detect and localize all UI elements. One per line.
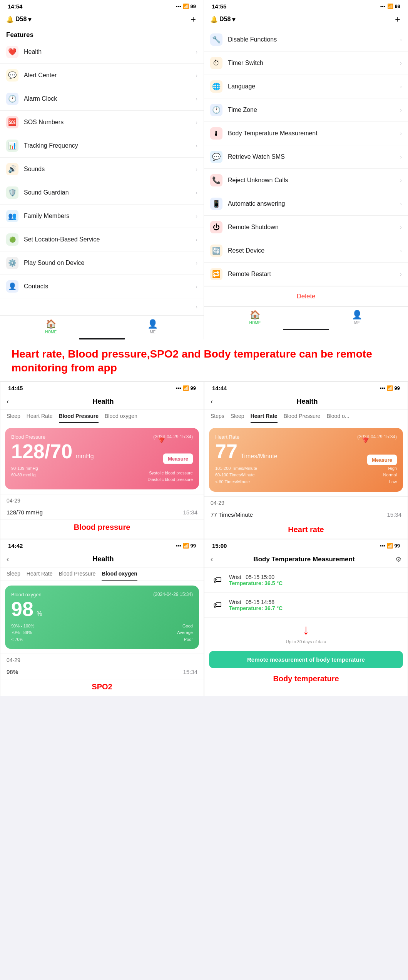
menu-item-contacts[interactable]: 👤 Contacts › (0, 275, 204, 298)
add-icon-right[interactable]: ＋ (393, 13, 402, 25)
reject-label: Reject Unknown Calls (228, 177, 400, 184)
chevron-icon: › (400, 37, 402, 43)
tab-heartrate[interactable]: Heart Rate (27, 413, 53, 423)
bt-location-time-2: Wrist 05-15 14:58 (229, 599, 283, 605)
bp-time: 14:45 (8, 385, 23, 391)
tab-heartrate-hr[interactable]: Heart Rate (251, 413, 278, 423)
menu-item-guardian[interactable]: 🛡️ Sound Guardian › (0, 181, 204, 205)
tab-sleep-hr[interactable]: Sleep (231, 413, 244, 423)
menu-item-sounds[interactable]: 🔊 Sounds › (0, 158, 204, 181)
home-icon: 🏠 (46, 319, 56, 329)
spo2-value-row: 98 % (11, 599, 193, 619)
battery-label: 99 (395, 385, 400, 391)
features-menu: ❤️ Health › 💬 Alert Center › 🕐 Alarm Clo… (0, 40, 204, 316)
bt-title: Body Temperature Measurement (213, 556, 395, 563)
health-icon: ❤️ (6, 46, 18, 58)
menu-item-shutdown[interactable]: ⏻ Remote Shutdown › (204, 216, 408, 239)
add-icon[interactable]: ＋ (189, 13, 197, 25)
tab-sleep[interactable]: Sleep (7, 413, 20, 423)
reset-icon: 🔄 (210, 245, 222, 257)
menu-item-bodytemp[interactable]: 🌡 Body Temperature Measurement › (204, 122, 408, 145)
time-right: 14:55 (212, 3, 226, 10)
nav-home-right[interactable]: 🏠 HOME (204, 310, 306, 325)
chevron-icon: › (400, 154, 402, 160)
hr-value: 77 (215, 440, 237, 463)
hr-health-header: ‹ Health (204, 394, 408, 410)
tracking-icon: 📊 (6, 140, 18, 152)
menu-item-tracking[interactable]: 📊 Tracking Frequency › (0, 134, 204, 158)
reject-icon: 📞 (210, 174, 222, 186)
me-label: ME (150, 330, 156, 334)
spo2-history-value: 98% (7, 669, 18, 675)
menu-item-disable[interactable]: 🔧 Disable Functions › (204, 28, 408, 52)
menu-item-reset[interactable]: 🔄 Reset Device › (204, 239, 408, 263)
menu-item-restart[interactable]: 🔁 Remote Restart › (204, 263, 408, 286)
bp-card: Blood Pressure (2024-04-29 15:34) 128/70… (5, 428, 199, 489)
dropdown-icon: ▾ (232, 16, 235, 23)
menu-item-language[interactable]: 🌐 Language › (204, 75, 408, 98)
status-bar-left: 14:54 ▪▪▪ 📶 99 (0, 0, 204, 12)
bp-measure-btn[interactable]: Measure (163, 453, 193, 464)
nav-home-left[interactable]: 🏠 HOME (0, 319, 102, 334)
spo2-health-title: Health (9, 555, 197, 563)
alert-icon: 💬 (6, 69, 18, 82)
chevron-icon: › (400, 271, 402, 277)
language-icon: 🌐 (210, 80, 222, 93)
menu-item-more[interactable]: › (0, 298, 204, 316)
tab-bp-hr[interactable]: Blood Pressure (284, 413, 321, 423)
menu-item-family[interactable]: 👥 Family Members › (0, 205, 204, 228)
tab-bp-spo2[interactable]: Blood Pressure (59, 571, 96, 581)
menu-item-timer[interactable]: ⏱ Timer Switch › (204, 52, 408, 75)
battery-label: 99 (191, 3, 196, 9)
menu-item-playsound[interactable]: ⚙️ Play Sound on Device › (0, 251, 204, 275)
menu-item-sms[interactable]: 💬 Retrieve Watch SMS › (204, 145, 408, 169)
menu-item-sos[interactable]: 🆘 SOS Numbers › (0, 111, 204, 134)
tab-steps-hr[interactable]: Steps (211, 413, 224, 423)
alarm-icon: 🕐 (6, 93, 18, 105)
chevron-icon: › (400, 83, 402, 90)
bp-range-labels: Systolic blood pressure Diastolic blood … (148, 470, 193, 483)
bp-card-type: Blood Pressure (11, 434, 45, 440)
home-label: HOME (45, 330, 57, 334)
bt-remote-btn[interactable]: Remote measurement of body temperature (209, 651, 403, 668)
wrist-icon-2: 🏷 (211, 598, 224, 612)
delete-button[interactable]: Delete (204, 286, 408, 306)
tab-bloodpressure[interactable]: Blood Pressure (59, 413, 99, 423)
tab-sleep-spo2[interactable]: Sleep (7, 571, 20, 581)
spo2-sub-label: SPO2 (0, 679, 204, 696)
menu-item-location[interactable]: 🟢 Set Location-Based Service › (0, 228, 204, 251)
bp-sub-label: Blood pressure (0, 520, 204, 536)
nav-me-right[interactable]: 👤 ME (306, 310, 408, 325)
device-bar-right: 🔔 D58 ▾ ＋ (204, 12, 408, 28)
shutdown-label: Remote Shutdown (228, 224, 400, 231)
device-name-left[interactable]: 🔔 D58 ▾ (6, 16, 31, 23)
chevron-icon: › (196, 213, 197, 219)
timer-label: Timer Switch (228, 60, 400, 67)
menu-item-alert[interactable]: 💬 Alert Center › (0, 64, 204, 87)
bt-location-time-1: Wrist 05-15 15:00 (229, 574, 283, 580)
tab-bloodoxygen[interactable]: Blood oxygen (105, 413, 137, 423)
spo2-ranges: 90% - 100% 70% - 89% < 70% (11, 623, 193, 643)
gear-icon[interactable]: ⚙ (395, 555, 401, 564)
contacts-label: Contacts (24, 283, 196, 290)
tab-hr-spo2[interactable]: Heart Rate (27, 571, 53, 581)
section-title: Features (0, 28, 204, 40)
nav-me-left[interactable]: 👤 ME (102, 319, 204, 334)
menu-item-reject[interactable]: 📞 Reject Unknown Calls › (204, 169, 408, 192)
hr-history-item: 77 Times/Minute 15:34 (204, 507, 408, 522)
hr-measure-btn[interactable]: Measure (367, 454, 397, 465)
menu-item-timezone[interactable]: 🕐 Time Zone › (204, 98, 408, 122)
tab-bo-hr[interactable]: Blood o... (326, 413, 349, 423)
wifi-icon: 📶 (387, 543, 393, 549)
spo2-range-label-poor: Poor (177, 636, 193, 643)
device-name-right[interactable]: 🔔 D58 ▾ (210, 16, 235, 23)
hr-time: 14:44 (212, 385, 227, 391)
bt-down-arrow: ↓ (303, 622, 309, 638)
tab-bo-spo2[interactable]: Blood oxygen (102, 571, 137, 581)
menu-item-alarm[interactable]: 🕐 Alarm Clock › (0, 87, 204, 111)
menu-item-health[interactable]: ❤️ Health › (0, 40, 204, 64)
bp-history-time: 15:34 (183, 509, 197, 516)
menu-item-autoanswer[interactable]: 📱 Automatic answering › (204, 192, 408, 216)
wrist-icon-1: 🏷 (211, 573, 224, 587)
bp-unit: mmHg (76, 453, 94, 459)
